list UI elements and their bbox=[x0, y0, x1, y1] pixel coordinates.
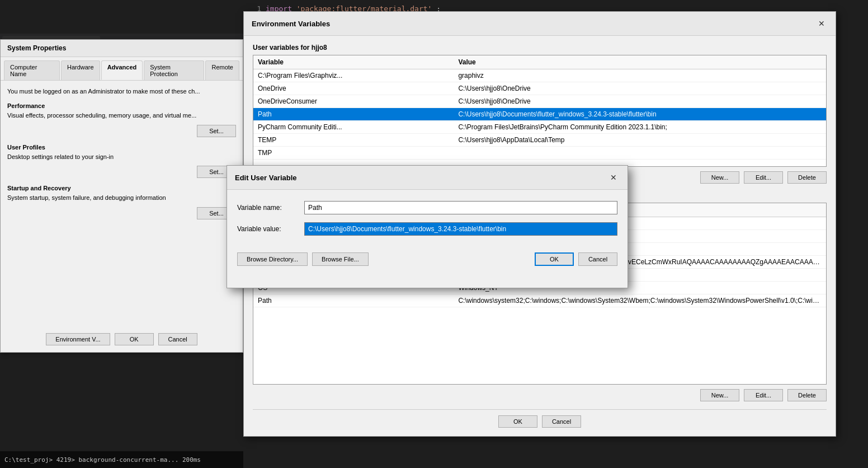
performance-desc: Visual effects, processor scheduling, me… bbox=[7, 111, 236, 120]
var-cell: Path bbox=[253, 294, 454, 307]
edit-var-body: Variable name: Variable value: bbox=[227, 190, 628, 252]
env-vars-close-btn[interactable]: ✕ bbox=[815, 17, 828, 30]
edit-var-ok-btn[interactable]: OK bbox=[535, 252, 574, 266]
edit-var-titlebar: Edit User Variable ✕ bbox=[227, 166, 628, 190]
performance-settings-btn[interactable]: Set... bbox=[197, 125, 236, 137]
var-value-label: Variable value: bbox=[237, 225, 304, 233]
var-name-input[interactable] bbox=[304, 201, 617, 214]
edit-var-ok-cancel: OK Cancel bbox=[535, 252, 617, 266]
table-row[interactable]: OneDriveConsumerC:\Users\hjjo8\OneDrive bbox=[253, 95, 826, 108]
tab-system-protection[interactable]: System Protection bbox=[144, 60, 204, 80]
edit-var-buttons: Browse Directory... Browse File... OK Ca… bbox=[227, 252, 628, 273]
sys-props-cancel-btn[interactable]: Cancel bbox=[158, 333, 197, 345]
val-cell: C:\Users\hjjo8\Documents\flutter_windows… bbox=[454, 108, 826, 121]
val-cell bbox=[454, 147, 826, 160]
sys-props-ok-btn[interactable]: OK bbox=[115, 333, 154, 345]
user-profiles-section-title: User Profiles bbox=[7, 144, 236, 151]
edit-var-title: Edit User Variable bbox=[235, 174, 297, 182]
user-val-header: Value bbox=[454, 55, 826, 69]
tab-computer-name[interactable]: Computer Name bbox=[4, 60, 60, 80]
sys-props-body: You must be logged on as an Administrato… bbox=[1, 81, 243, 231]
terminal-text: C:\test_proj> 4219> background-concurren… bbox=[4, 456, 201, 464]
val-cell: C:\Users\hjjo8\OneDrive bbox=[454, 82, 826, 95]
var-cell: OneDrive bbox=[253, 82, 454, 95]
tab-hardware[interactable]: Hardware bbox=[61, 60, 100, 80]
system-new-btn[interactable]: New... bbox=[700, 389, 739, 401]
system-edit-btn[interactable]: Edit... bbox=[744, 389, 783, 401]
table-row[interactable]: PyCharm Community Editi...C:\Program Fil… bbox=[253, 121, 826, 134]
tab-remote[interactable]: Remote bbox=[205, 60, 239, 80]
var-cell: OneDriveConsumer bbox=[253, 95, 454, 108]
var-name-row: Variable name: bbox=[237, 201, 617, 214]
val-cell: C:\windows\system32;C:\windows;C:\window… bbox=[454, 294, 826, 307]
env-vars-ok-btn[interactable]: OK bbox=[498, 415, 537, 428]
user-edit-btn[interactable]: Edit... bbox=[744, 171, 783, 184]
env-vars-title: Environment Variables bbox=[252, 20, 330, 28]
system-vars-btn-row: New... Edit... Delete bbox=[253, 389, 827, 401]
browse-file-btn[interactable]: Browse File... bbox=[312, 252, 369, 266]
sys-props-bottom-bar: Environment V... OK Cancel bbox=[1, 333, 243, 345]
startup-desc: System startup, system failure, and debu… bbox=[7, 194, 236, 202]
env-vars-btn[interactable]: Environment V... bbox=[46, 333, 110, 345]
var-value-input[interactable] bbox=[304, 222, 617, 236]
val-cell: C:\Users\hjjo8\OneDrive bbox=[454, 95, 826, 108]
sys-props-tab-bar: Computer Name Hardware Advanced System P… bbox=[1, 57, 243, 81]
sys-props-titlebar: System Properties bbox=[1, 40, 243, 57]
admin-description: You must be logged on as an Administrato… bbox=[7, 87, 236, 96]
edit-var-close-btn[interactable]: ✕ bbox=[607, 171, 620, 184]
env-vars-cancel-btn[interactable]: Cancel bbox=[542, 415, 581, 428]
startup-section-title: Startup and Recovery bbox=[7, 185, 236, 191]
var-cell: C:\Program Files\Graphviz... bbox=[253, 69, 454, 82]
table-row[interactable]: TEMPC:\Users\hjjo8\AppData\Local\Temp bbox=[253, 134, 826, 147]
user-vars-label: User variables for hjjo8 bbox=[253, 44, 827, 52]
user-profiles-desc: Desktop settings related to your sign-in bbox=[7, 153, 236, 161]
val-cell: graphivz bbox=[454, 69, 826, 82]
user-vars-table: Variable Value C:\Program Files\Graphviz… bbox=[253, 55, 826, 160]
terminal-bar: C:\test_proj> 4219> background-concurren… bbox=[0, 451, 243, 468]
var-cell: TMP bbox=[253, 147, 454, 160]
val-cell: C:\Users\hjjo8\AppData\Local\Temp bbox=[454, 134, 826, 147]
env-vars-titlebar: Environment Variables ✕ bbox=[244, 12, 836, 36]
browse-dir-btn[interactable]: Browse Directory... bbox=[237, 252, 308, 266]
system-delete-btn[interactable]: Delete bbox=[787, 389, 827, 401]
table-row[interactable]: PathC:\Users\hjjo8\Documents\flutter_win… bbox=[253, 108, 826, 121]
table-row[interactable]: TMP bbox=[253, 147, 826, 160]
edit-var-cancel-btn[interactable]: Cancel bbox=[578, 252, 617, 266]
edit-var-dialog: Edit User Variable ✕ Variable name: Vari… bbox=[227, 165, 628, 288]
var-cell: PyCharm Community Editi... bbox=[253, 121, 454, 134]
var-cell: Path bbox=[253, 108, 454, 121]
table-row[interactable]: OneDriveC:\Users\hjjo8\OneDrive bbox=[253, 82, 826, 95]
var-cell: TEMP bbox=[253, 134, 454, 147]
user-vars-section: User variables for hjjo8 Variable Value … bbox=[253, 44, 827, 184]
var-value-row: Variable value: bbox=[237, 222, 617, 236]
var-name-label: Variable name: bbox=[237, 204, 304, 212]
env-vars-bottom-row: OK Cancel bbox=[253, 409, 827, 428]
table-row[interactable]: C:\Program Files\Graphviz...graphivz bbox=[253, 69, 826, 82]
user-new-btn[interactable]: New... bbox=[700, 171, 739, 184]
system-properties-window: System Properties Computer Name Hardware… bbox=[0, 39, 243, 353]
table-row[interactable]: PathC:\windows\system32;C:\windows;C:\wi… bbox=[253, 294, 826, 307]
val-cell: C:\Program Files\JetBrains\PyCharm Commu… bbox=[454, 121, 826, 134]
user-vars-table-container[interactable]: Variable Value C:\Program Files\Graphviz… bbox=[253, 55, 827, 167]
user-var-header: Variable bbox=[253, 55, 454, 69]
performance-section-title: Performance bbox=[7, 102, 236, 109]
tab-advanced[interactable]: Advanced bbox=[101, 60, 143, 80]
sys-props-title: System Properties bbox=[7, 44, 66, 52]
user-delete-btn[interactable]: Delete bbox=[787, 171, 827, 184]
